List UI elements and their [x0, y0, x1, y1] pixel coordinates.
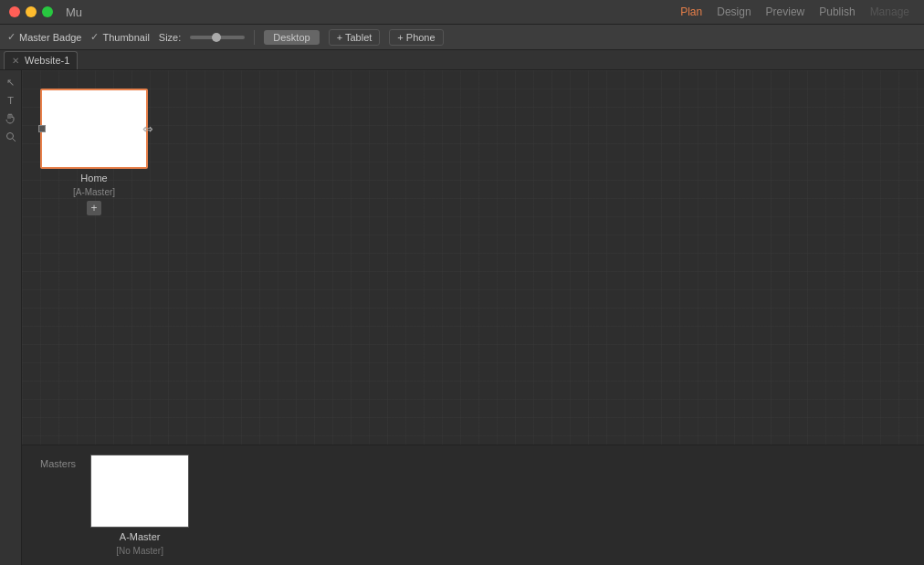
- size-slider-thumb: [212, 33, 221, 42]
- size-label: Size:: [159, 32, 181, 43]
- thumbnail-label: Thumbnail: [102, 32, 149, 43]
- main-area: ↖ T ⇔ Home [A-Ma: [0, 70, 924, 565]
- tool-hand[interactable]: [3, 110, 19, 127]
- phone-button[interactable]: + Phone: [389, 29, 443, 46]
- title-bar: Mu Plan Design Preview Publish Manage: [0, 0, 924, 25]
- nav-tab-preview[interactable]: Preview: [761, 4, 811, 20]
- masters-section: Masters A-Master [No Master]: [22, 445, 924, 565]
- nav-tabs: Plan Design Preview Publish Manage: [675, 4, 915, 20]
- svg-line-1: [12, 139, 16, 142]
- nav-tab-plan[interactable]: Plan: [675, 4, 708, 20]
- nav-tab-manage: Manage: [865, 4, 915, 20]
- close-button[interactable]: [9, 6, 20, 17]
- thumbnail-check[interactable]: ✓ Thumbnail: [90, 31, 149, 43]
- page-item-home[interactable]: ⇔ Home [A-Master] +: [40, 89, 148, 215]
- pages-section: ⇔ Home [A-Master] +: [22, 70, 924, 234]
- sidebar-tools: ↖ T: [0, 70, 22, 565]
- size-slider[interactable]: [190, 36, 245, 39]
- app-name: Mu: [66, 5, 82, 19]
- tool-zoom[interactable]: [3, 129, 19, 145]
- maximize-button[interactable]: [42, 6, 53, 17]
- page-name-home: Home: [80, 173, 107, 183]
- add-page-button[interactable]: +: [87, 201, 101, 215]
- master-name-a: A-Master: [120, 531, 161, 542]
- minimize-button[interactable]: [26, 6, 37, 17]
- tab-bar: ✕ Website-1: [0, 50, 924, 70]
- toolbar-divider: [254, 30, 255, 45]
- tab-label: Website-1: [25, 55, 69, 66]
- masters-label: Masters: [40, 455, 76, 469]
- tab-close-icon[interactable]: ✕: [12, 56, 19, 66]
- master-sublabel-a: [No Master]: [116, 546, 163, 556]
- toolbar: ✓ Master Badge ✓ Thumbnail Size: Desktop…: [0, 25, 924, 50]
- master-item-a[interactable]: A-Master [No Master]: [90, 455, 189, 556]
- tool-selection[interactable]: ↖: [3, 74, 19, 90]
- page-thumbnail-home: ⇔: [40, 89, 148, 169]
- svg-point-0: [6, 133, 13, 140]
- nav-tab-publish[interactable]: Publish: [814, 4, 860, 20]
- traffic-lights: Mu: [9, 5, 82, 19]
- check-icon-thumbnail: ✓: [90, 31, 99, 43]
- master-badge-check[interactable]: ✓ Master Badge: [7, 31, 81, 43]
- canvas: ⇔ Home [A-Master] + Masters A-Master [No…: [22, 70, 924, 565]
- website-tab[interactable]: ✕ Website-1: [4, 51, 78, 69]
- desktop-button[interactable]: Desktop: [264, 30, 319, 45]
- page-master-home: [A-Master]: [73, 187, 115, 197]
- tool-text[interactable]: T: [3, 92, 19, 109]
- master-badge-label: Master Badge: [19, 32, 81, 43]
- master-thumbnail-a: [90, 455, 189, 528]
- page-thumb-resize-handle[interactable]: ⇔: [142, 121, 153, 136]
- tablet-button[interactable]: + Tablet: [329, 29, 381, 46]
- nav-tab-design[interactable]: Design: [711, 4, 756, 20]
- page-thumb-corner: [38, 125, 46, 132]
- canvas-wrapper[interactable]: ⇔ Home [A-Master] + Masters A-Master [No…: [22, 70, 924, 565]
- check-icon-master: ✓: [7, 31, 16, 43]
